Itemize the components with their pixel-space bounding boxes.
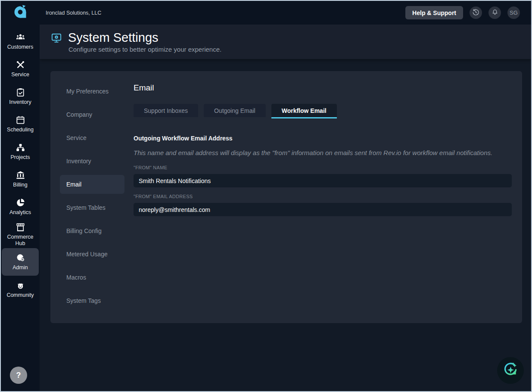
top-bar: Ironclad Solutions, LLC Help & Support S… bbox=[40, 1, 531, 25]
help-support-button[interactable]: Help & Support bbox=[405, 6, 463, 19]
sidebar-nav: Customers Service Inventory Scheduling bbox=[1, 28, 40, 303]
pie-chart-icon bbox=[16, 198, 25, 208]
sidebar-item-label: Admin bbox=[12, 264, 28, 271]
page-title: System Settings bbox=[68, 30, 221, 45]
settings-nav-my-preferences[interactable]: My Preferences bbox=[60, 82, 124, 101]
bank-icon bbox=[16, 170, 25, 180]
settings-nav-metered-usage[interactable]: Metered Usage bbox=[60, 245, 124, 264]
tab-support-inboxes[interactable]: Support Inboxes bbox=[134, 104, 198, 118]
help-float-button[interactable]: ? bbox=[10, 367, 27, 384]
tab-workflow-email[interactable]: Workflow Email bbox=[271, 104, 337, 118]
workflow-email-heading: Outgoing Workflow Email Address bbox=[134, 135, 512, 142]
sidebar-item-label: Scheduling bbox=[7, 127, 34, 133]
page-subtitle: Configure settings to better optimize yo… bbox=[68, 46, 221, 53]
app-logo[interactable] bbox=[1, 1, 40, 25]
workflow-email-description: This name and email address will display… bbox=[134, 149, 512, 156]
monitor-gear-icon bbox=[50, 32, 62, 59]
sidebar-item-label: Commerce Hub bbox=[3, 234, 38, 246]
sidebar-item-label: Service bbox=[11, 72, 29, 78]
settings-nav-service[interactable]: Service bbox=[60, 128, 124, 147]
people-icon bbox=[16, 32, 25, 42]
ai-sparkle-icon bbox=[502, 362, 519, 380]
sidebar-item-analytics[interactable]: Analytics bbox=[2, 193, 39, 221]
calendar-icon bbox=[16, 115, 25, 125]
sidebar-item-label: Customers bbox=[7, 44, 33, 50]
sidebar-item-label: Community bbox=[6, 292, 34, 298]
tab-outgoing-email[interactable]: Outgoing Email bbox=[204, 104, 266, 118]
from-name-label: "FROM" NAME bbox=[134, 165, 512, 171]
mascot-icon bbox=[16, 280, 25, 290]
page-header: System Settings Configure settings to be… bbox=[40, 25, 531, 59]
notifications-button[interactable] bbox=[488, 6, 501, 19]
from-email-input[interactable] bbox=[134, 203, 512, 216]
history-button[interactable] bbox=[470, 6, 482, 19]
settings-nav-company[interactable]: Company bbox=[60, 105, 124, 124]
sidebar-item-label: Billing bbox=[13, 182, 27, 188]
ai-assistant-button[interactable] bbox=[497, 357, 524, 384]
settings-nav: My Preferences Company Service Inventory… bbox=[50, 71, 124, 323]
tools-icon bbox=[16, 60, 25, 70]
sidebar-item-commerce-hub[interactable]: Commerce Hub bbox=[2, 221, 39, 248]
sidebar-item-inventory[interactable]: Inventory bbox=[2, 83, 39, 110]
settings-nav-system-tags[interactable]: System Tags bbox=[60, 291, 124, 310]
revio-logo-icon bbox=[12, 4, 28, 22]
bell-icon bbox=[492, 9, 498, 17]
sidebar-item-billing[interactable]: Billing bbox=[2, 165, 39, 193]
sidebar-item-community[interactable]: Community bbox=[2, 276, 39, 303]
sidebar-item-label: Analytics bbox=[9, 209, 31, 215]
settings-panel: My Preferences Company Service Inventory… bbox=[50, 71, 522, 323]
sidebar-item-scheduling[interactable]: Scheduling bbox=[2, 110, 39, 138]
page-header-text: System Settings Configure settings to be… bbox=[68, 30, 221, 59]
settings-nav-email[interactable]: Email bbox=[60, 175, 124, 194]
sidebar: Customers Service Inventory Scheduling bbox=[1, 1, 40, 391]
section-title: Email bbox=[134, 83, 512, 93]
from-name-input[interactable] bbox=[134, 174, 512, 187]
settings-nav-macros[interactable]: Macros bbox=[60, 268, 124, 287]
settings-nav-inventory[interactable]: Inventory bbox=[60, 152, 124, 171]
clipboard-check-icon bbox=[16, 87, 25, 97]
history-icon bbox=[472, 9, 479, 17]
app-window: Customers Service Inventory Scheduling bbox=[0, 0, 532, 392]
settings-nav-system-tables[interactable]: System Tables bbox=[60, 198, 124, 217]
company-name: Ironclad Solutions, LLC bbox=[40, 10, 101, 16]
storefront-icon bbox=[16, 222, 25, 232]
hierarchy-icon bbox=[16, 143, 25, 152]
from-email-label: "FROM" EMAIL ADDRESS bbox=[134, 194, 512, 199]
user-avatar[interactable]: SG bbox=[507, 6, 520, 19]
sidebar-item-label: Projects bbox=[10, 154, 30, 160]
top-bar-actions: Help & Support SG bbox=[405, 6, 531, 19]
sidebar-item-service[interactable]: Service bbox=[2, 55, 39, 83]
email-settings-content: Email Support Inboxes Outgoing Email Wor… bbox=[124, 71, 522, 323]
sidebar-item-admin[interactable]: Admin bbox=[2, 248, 39, 276]
settings-nav-billing-config[interactable]: Billing Config bbox=[60, 221, 124, 240]
sidebar-item-customers[interactable]: Customers bbox=[2, 28, 39, 55]
sidebar-item-projects[interactable]: Projects bbox=[2, 138, 39, 165]
sidebar-item-label: Inventory bbox=[9, 99, 31, 105]
admin-gear-icon bbox=[16, 253, 25, 263]
email-tabs: Support Inboxes Outgoing Email Workflow … bbox=[134, 104, 512, 118]
